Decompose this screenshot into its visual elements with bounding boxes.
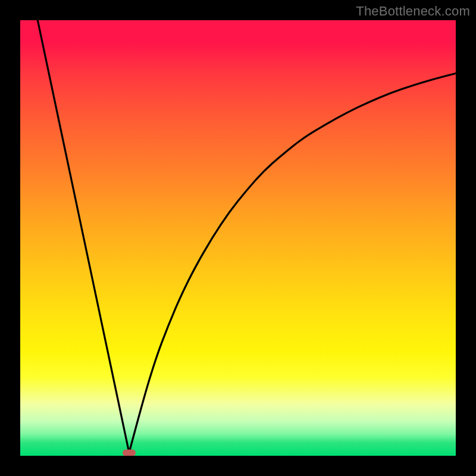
bottleneck-curve	[20, 20, 456, 456]
curve-path	[37, 20, 456, 453]
chart-stage: TheBottleneck.com	[0, 0, 476, 476]
watermark-text: TheBottleneck.com	[356, 4, 470, 19]
minimum-marker	[123, 449, 136, 456]
plot-area	[20, 20, 456, 456]
